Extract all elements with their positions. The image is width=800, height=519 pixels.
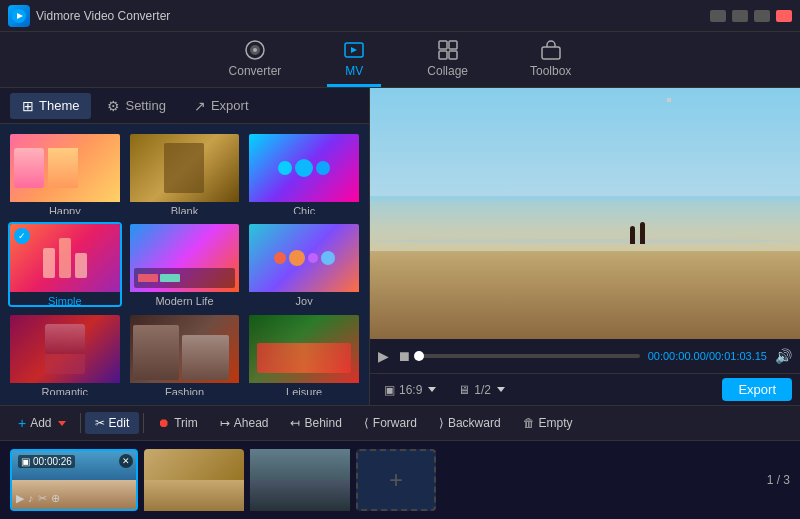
left-panel: ⊞ Theme ⚙ Setting ↗ Export [0, 88, 370, 405]
tab-export[interactable]: ↗ Export [182, 93, 261, 119]
backward-icon: ⟩ [439, 416, 444, 430]
svg-rect-10 [542, 47, 560, 59]
nav-collage[interactable]: Collage [411, 33, 484, 87]
toolbar: + Add ✂ Edit ⏺ Trim ↦ Ahead ↤ Behind ⟨ F… [0, 405, 800, 441]
tab-setting[interactable]: ⚙ Setting [95, 93, 177, 119]
app-title: Vidmore Video Converter [36, 9, 710, 23]
quality-button[interactable]: 🖥 1/2 [452, 380, 511, 400]
film-icon: ▣ [21, 456, 30, 467]
progress-bar[interactable] [419, 354, 640, 358]
progress-handle[interactable] [414, 351, 424, 361]
theme-simple-label: Simple [10, 292, 120, 306]
video-preview [370, 88, 800, 339]
window-controls: ☰ — □ ✕ [710, 10, 792, 22]
clip-item-2[interactable] [144, 449, 244, 511]
nav-converter[interactable]: Converter [213, 33, 298, 87]
forward-icon: ⟨ [364, 416, 369, 430]
top-nav: Converter MV Collage Toolbox [0, 32, 800, 88]
tab-theme[interactable]: ⊞ Theme [10, 93, 91, 119]
backward-button[interactable]: ⟩ Backward [429, 412, 511, 434]
theme-leisure-label: Leisure [249, 383, 359, 397]
svg-point-4 [253, 48, 257, 52]
nav-toolbox[interactable]: Toolbox [514, 33, 587, 87]
play-button[interactable]: ▶ [378, 348, 389, 364]
theme-fashion[interactable]: Fashion [128, 313, 242, 397]
main-area: ⊞ Theme ⚙ Setting ↗ Export [0, 88, 800, 405]
theme-romantic[interactable]: Romantic [8, 313, 122, 397]
theme-joy[interactable]: Joy [247, 222, 361, 306]
aspect-icon: ▣ [384, 383, 395, 397]
aspect-dropdown-icon [428, 387, 436, 392]
svg-rect-9 [449, 51, 457, 59]
mv-icon [343, 39, 365, 61]
maximize-button[interactable]: □ [754, 10, 770, 22]
add-clip-button[interactable]: + [356, 449, 436, 511]
behind-icon: ↤ [290, 416, 300, 430]
behind-button[interactable]: ↤ Behind [280, 412, 351, 434]
ahead-button[interactable]: ↦ Ahead [210, 412, 279, 434]
menu-button[interactable]: ☰ [710, 10, 726, 22]
edit-button[interactable]: ✂ Edit [85, 412, 140, 434]
theme-blank-label: Blank [130, 202, 240, 216]
clip-play-icon[interactable]: ▶ [16, 492, 24, 505]
ahead-icon: ↦ [220, 416, 230, 430]
clip-trim-icon[interactable]: ✂ [38, 492, 47, 505]
theme-chic[interactable]: Chic [247, 132, 361, 216]
theme-grid: Happy Blank Chic [0, 124, 369, 405]
theme-modern-life[interactable]: Modern Life [128, 222, 242, 306]
trim-button[interactable]: ⏺ Trim [148, 412, 208, 434]
theme-blank[interactable]: Blank [128, 132, 242, 216]
close-button[interactable]: ✕ [776, 10, 792, 22]
theme-fashion-label: Fashion [130, 383, 240, 397]
timeline: ▣ 00:00:26 ✕ ▶ ♪ ✂ ⊕ + 1 / 3 [0, 441, 800, 519]
svg-rect-6 [439, 41, 447, 49]
theme-chic-label: Chic [249, 202, 359, 216]
theme-happy-label: Happy [10, 202, 120, 216]
collage-icon [437, 39, 459, 61]
nav-mv[interactable]: MV [327, 33, 381, 87]
minimize-button[interactable]: — [732, 10, 748, 22]
toolbox-icon [540, 39, 562, 61]
quality-dropdown-icon [497, 387, 505, 392]
monitor-icon: 🖥 [458, 383, 470, 397]
video-controls: ▶ ⏹ 00:00:00.00/00:01:03.15 🔊 [370, 339, 800, 373]
clip-settings-icon[interactable]: ⊕ [51, 492, 60, 505]
converter-icon [244, 39, 266, 61]
add-icon: + [18, 415, 26, 431]
theme-simple[interactable]: ✓ Simple [8, 222, 122, 306]
theme-romantic-label: Romantic [10, 383, 120, 397]
toolbar-divider-2 [143, 413, 144, 433]
volume-icon[interactable]: 🔊 [775, 348, 792, 364]
add-button[interactable]: + Add [8, 411, 76, 435]
toolbar-divider-1 [80, 413, 81, 433]
page-indicator: 1 / 3 [767, 473, 790, 487]
theme-joy-label: Joy [249, 292, 359, 306]
trim-icon: ⏺ [158, 416, 170, 430]
video-beach-scene [370, 88, 800, 339]
delete-icon: 🗑 [523, 416, 535, 430]
stop-button[interactable]: ⏹ [397, 348, 411, 364]
empty-button[interactable]: 🗑 Empty [513, 412, 583, 434]
time-display: 00:00:00.00/00:01:03.15 [648, 350, 767, 362]
svg-rect-7 [449, 41, 457, 49]
clip-1-controls: ▶ ♪ ✂ ⊕ [16, 492, 60, 505]
clip-item-3[interactable] [250, 449, 350, 511]
export-button[interactable]: Export [722, 378, 792, 401]
aspect-ratio-button[interactable]: ▣ 16:9 [378, 380, 442, 400]
theme-leisure[interactable]: Leisure [247, 313, 361, 397]
forward-button[interactable]: ⟨ Forward [354, 412, 427, 434]
clip-audio-icon[interactable]: ♪ [28, 492, 34, 505]
export-icon: ↗ [194, 98, 206, 114]
edit-icon: ✂ [95, 416, 105, 430]
clip-1-close-button[interactable]: ✕ [119, 454, 133, 468]
add-dropdown-icon [58, 421, 66, 426]
setting-icon: ⚙ [107, 98, 120, 114]
right-panel: ▶ ⏹ 00:00:00.00/00:01:03.15 🔊 ▣ 16:9 🖥 1… [370, 88, 800, 405]
tab-bar: ⊞ Theme ⚙ Setting ↗ Export [0, 88, 369, 124]
clip-item-1[interactable]: ▣ 00:00:26 ✕ ▶ ♪ ✂ ⊕ [10, 449, 138, 511]
theme-icon: ⊞ [22, 98, 34, 114]
theme-happy[interactable]: Happy [8, 132, 122, 216]
app-logo [8, 5, 30, 27]
clip-1-time: ▣ 00:00:26 [18, 455, 75, 468]
title-bar: Vidmore Video Converter ☰ — □ ✕ [0, 0, 800, 32]
